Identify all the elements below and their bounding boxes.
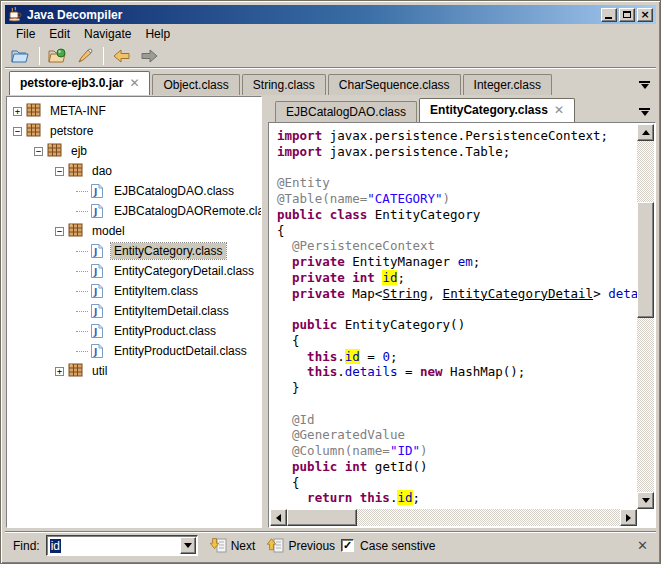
tree-item[interactable]: JEntityItemDetail.class bbox=[7, 301, 261, 321]
vertical-scroll-thumb[interactable] bbox=[637, 202, 654, 318]
open-type-icon[interactable] bbox=[46, 45, 70, 67]
find-input[interactable]: id bbox=[46, 535, 198, 556]
scroll-right-icon[interactable] bbox=[620, 509, 637, 526]
horizontal-scrollbar[interactable] bbox=[270, 509, 637, 526]
tree-item[interactable]: −petstore bbox=[7, 121, 261, 141]
tree-connector bbox=[76, 331, 88, 332]
forward-icon[interactable] bbox=[137, 45, 161, 67]
next-arrow-icon bbox=[210, 537, 227, 554]
window-title: Java Decompiler bbox=[27, 8, 122, 22]
title-bar[interactable]: Java Decompiler × bbox=[5, 5, 656, 24]
case-sensitive-checkbox[interactable]: ✓ bbox=[341, 539, 354, 552]
jar-tab[interactable]: petstore-ejb3.0.jar✕ bbox=[9, 71, 150, 95]
menu-navigate[interactable]: Navigate bbox=[77, 25, 138, 43]
code-line: private EntityManager em; bbox=[277, 254, 637, 270]
collapse-icon[interactable]: − bbox=[55, 227, 64, 236]
back-icon[interactable] bbox=[110, 45, 134, 67]
tab-close-icon[interactable]: ✕ bbox=[554, 105, 564, 115]
tab-label: String.class bbox=[253, 78, 315, 92]
find-bar: Find: id Next Previo bbox=[5, 531, 656, 559]
code-line bbox=[277, 301, 637, 317]
code-line: { bbox=[277, 333, 637, 349]
find-dropdown-icon[interactable] bbox=[180, 537, 196, 554]
tree-connector bbox=[76, 211, 88, 212]
menu-bar: FileEditNavigateHelp bbox=[5, 24, 656, 44]
scroll-down-icon[interactable] bbox=[637, 492, 654, 509]
tree-item[interactable]: JEntityCategory.class bbox=[7, 241, 261, 261]
tree-item[interactable]: JEntityItem.class bbox=[7, 281, 261, 301]
menu-help[interactable]: Help bbox=[138, 25, 177, 43]
svg-text:J: J bbox=[93, 267, 97, 277]
code-line: private int id; bbox=[277, 270, 637, 286]
tree-item[interactable]: JEntityCategoryDetail.class bbox=[7, 261, 261, 281]
jar-tab[interactable]: String.class bbox=[242, 74, 326, 95]
tree-item[interactable]: +META-INF bbox=[7, 101, 261, 121]
code-line: @Id bbox=[277, 412, 637, 428]
close-button[interactable]: × bbox=[637, 8, 653, 22]
code-line: @Column(name="ID") bbox=[277, 443, 637, 459]
code-view[interactable]: import javax.persistence.PersistenceCont… bbox=[270, 124, 637, 509]
package-icon bbox=[68, 163, 85, 179]
source-tab[interactable]: EJBCatalogDAO.class bbox=[275, 101, 417, 122]
code-line: @Entity bbox=[277, 175, 637, 191]
find-previous-button[interactable]: Previous bbox=[267, 537, 335, 554]
tree-item[interactable]: JEntityProduct.class bbox=[7, 321, 261, 341]
tree-item[interactable]: −ejb bbox=[7, 141, 261, 161]
scroll-up-icon[interactable] bbox=[637, 124, 654, 141]
code-line: this.details = new HashMap(); bbox=[277, 364, 637, 380]
package-icon bbox=[26, 123, 43, 139]
jar-tab[interactable]: Object.class bbox=[152, 74, 239, 95]
tab-overflow-icon[interactable] bbox=[639, 81, 650, 89]
collapse-icon[interactable]: − bbox=[55, 167, 64, 176]
tree-connector bbox=[76, 351, 88, 352]
menu-edit[interactable]: Edit bbox=[42, 25, 77, 43]
svg-text:J: J bbox=[93, 287, 97, 297]
code-line: @PersistenceContext bbox=[277, 238, 637, 254]
code-line: import javax.persistence.Table; bbox=[277, 144, 637, 160]
vertical-scrollbar[interactable] bbox=[637, 124, 654, 509]
tree-connector bbox=[76, 191, 88, 192]
source-tab[interactable]: EntityCategory.class✕ bbox=[419, 98, 575, 122]
jar-tab[interactable]: Integer.class bbox=[463, 74, 552, 95]
expand-icon[interactable]: + bbox=[55, 367, 64, 376]
tree-item-label: EntityItemDetail.class bbox=[111, 303, 232, 319]
expand-icon[interactable]: + bbox=[13, 107, 22, 116]
collapse-icon[interactable]: − bbox=[34, 147, 43, 156]
menu-file[interactable]: File bbox=[9, 25, 42, 43]
case-sensitive-label: Case senstive bbox=[360, 539, 435, 553]
previous-arrow-icon bbox=[267, 537, 284, 554]
code-line: { bbox=[277, 475, 637, 491]
tab-label: CharSequence.class bbox=[339, 78, 450, 92]
svg-text:J: J bbox=[93, 327, 97, 337]
tree-item[interactable]: −model bbox=[7, 221, 261, 241]
maximize-button[interactable] bbox=[619, 8, 635, 22]
tree-item-label: EntityCategoryDetail.class bbox=[111, 263, 257, 279]
find-next-button[interactable]: Next bbox=[210, 537, 256, 554]
tab-close-icon[interactable]: ✕ bbox=[129, 78, 139, 88]
find-input-value: id bbox=[50, 539, 61, 553]
tree-item-label: model bbox=[89, 223, 128, 239]
code-line: } bbox=[277, 380, 637, 396]
open-file-icon[interactable] bbox=[9, 45, 33, 67]
find-close-icon[interactable]: ✕ bbox=[637, 538, 648, 553]
tab-overflow-icon[interactable] bbox=[639, 108, 650, 116]
jar-tab[interactable]: CharSequence.class bbox=[328, 74, 461, 95]
scroll-left-icon[interactable] bbox=[270, 509, 287, 526]
minimize-button[interactable] bbox=[601, 8, 617, 22]
tree-item[interactable]: JEJBCatalogDAO.class bbox=[7, 181, 261, 201]
collapse-icon[interactable]: − bbox=[13, 127, 22, 136]
tree-item[interactable]: +util bbox=[7, 361, 261, 381]
tree-item[interactable]: JEntityProductDetail.class bbox=[7, 341, 261, 361]
search-icon[interactable] bbox=[73, 45, 97, 67]
class-icon: J bbox=[90, 343, 107, 359]
class-icon: J bbox=[90, 203, 107, 219]
class-icon: J bbox=[90, 243, 107, 259]
code-line: this.id = 0; bbox=[277, 349, 637, 365]
tree-item[interactable]: −dao bbox=[7, 161, 261, 181]
tab-label: petstore-ejb3.0.jar bbox=[20, 76, 123, 90]
main-content: +META-INF−petstore−ejb−daoJEJBCatalogDAO… bbox=[5, 95, 656, 529]
tree-item-label: petstore bbox=[47, 123, 96, 139]
tree-item[interactable]: JEJBCatalogDAORemote.class bbox=[7, 201, 261, 221]
horizontal-scroll-thumb[interactable] bbox=[287, 509, 357, 526]
tree-item-label: EntityItem.class bbox=[111, 283, 201, 299]
